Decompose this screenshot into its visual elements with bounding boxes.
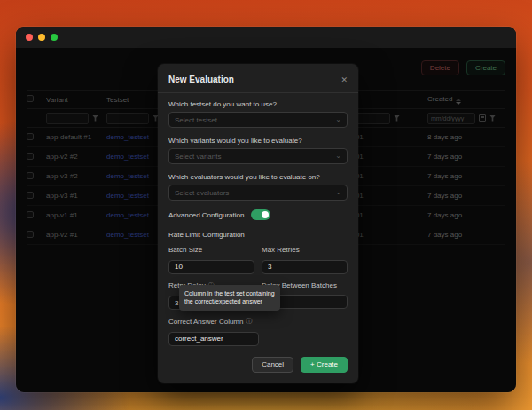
correct-answer-tooltip: Column in the test set containing the co… xyxy=(179,285,280,311)
variants-select-placeholder: Select variants xyxy=(175,153,221,161)
testset-question: Which testset do you want to use? Select… xyxy=(168,100,348,128)
evaluators-question-label: Which evaluators would you like to evalu… xyxy=(168,173,348,181)
evaluators-question: Which evaluators would you like to evalu… xyxy=(168,173,348,201)
batch-size-input[interactable] xyxy=(168,260,254,274)
close-window-button[interactable] xyxy=(26,34,33,41)
testset-select[interactable]: Select testset ⌄ xyxy=(168,112,348,128)
cancel-button[interactable]: Cancel xyxy=(252,357,293,373)
create-evaluation-button[interactable]: + Create xyxy=(301,357,348,373)
testset-select-placeholder: Select testset xyxy=(175,116,217,124)
modal-title: New Evaluation xyxy=(168,75,234,84)
batch-retries-grid: Batch Size Max Retries xyxy=(168,246,348,274)
batch-size-label: Batch Size xyxy=(168,246,254,254)
max-retries-input[interactable] xyxy=(262,260,348,274)
new-evaluation-modal: New Evaluation ✕ Which testset do you wa… xyxy=(158,64,358,383)
close-icon[interactable]: ✕ xyxy=(340,75,348,84)
correct-answer-column-input[interactable] xyxy=(168,332,259,346)
zoom-window-button[interactable] xyxy=(51,34,58,41)
chevron-down-icon: ⌄ xyxy=(335,117,341,122)
correct-answer-column-label: Correct Answer Column ⓘ xyxy=(168,317,348,326)
advanced-configuration-row: Advanced Configuration xyxy=(168,209,348,220)
chevron-down-icon: ⌄ xyxy=(335,154,341,159)
modal-footer: Cancel + Create xyxy=(168,357,348,373)
variants-select[interactable]: Select variants ⌄ xyxy=(168,148,348,164)
modal-header: New Evaluation ✕ xyxy=(158,75,358,93)
advanced-configuration-label: Advanced Configuration xyxy=(168,211,244,219)
testset-question-label: Which testset do you want to use? xyxy=(168,100,348,108)
evaluators-select[interactable]: Select evaluators ⌄ xyxy=(168,185,348,201)
info-icon[interactable]: ⓘ xyxy=(246,317,252,326)
window-titlebar xyxy=(16,27,516,48)
variants-question: Which variants would you like to evaluat… xyxy=(168,137,348,164)
variants-question-label: Which variants would you like to evaluat… xyxy=(168,137,348,145)
max-retries-label: Max Retries xyxy=(262,246,348,254)
advanced-configuration-toggle[interactable] xyxy=(251,209,270,220)
minimize-window-button[interactable] xyxy=(38,34,45,41)
evaluators-select-placeholder: Select evaluators xyxy=(175,189,229,197)
rate-limit-section-label: Rate Limit Configuration xyxy=(168,231,348,239)
chevron-down-icon: ⌄ xyxy=(335,190,341,195)
